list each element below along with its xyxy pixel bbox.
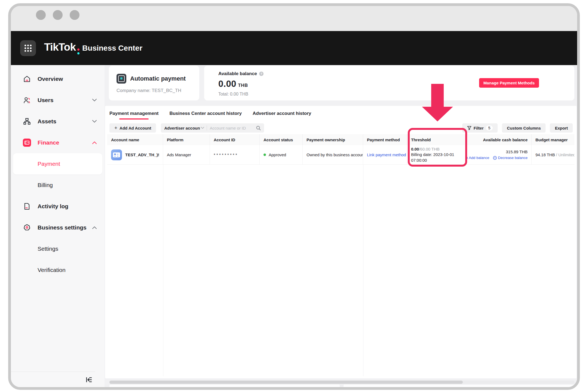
balance-currency: THB — [238, 83, 248, 88]
fixed-column-divider-right — [363, 165, 363, 376]
plus-icon: + — [114, 125, 117, 131]
traffic-lights[interactable] — [36, 10, 79, 20]
sidebar-item-finance[interactable]: Finance — [11, 132, 105, 153]
chevron-down-icon[interactable] — [201, 127, 204, 129]
main-content: Automatic payment Company name: TEST_BC_… — [105, 65, 577, 387]
threshold-used: 0.00 — [411, 147, 419, 151]
col-header-payment-method[interactable]: Payment method — [363, 134, 407, 145]
add-balance-link[interactable]: Add balance — [466, 155, 489, 161]
home-icon — [23, 75, 31, 83]
add-ad-account-button[interactable]: + Add Ad Account — [109, 123, 156, 133]
users-icon — [23, 96, 31, 104]
chevron-up-icon — [92, 141, 97, 144]
collapse-sidebar-icon — [85, 376, 93, 384]
activity-log-icon — [23, 202, 31, 210]
finance-icon — [23, 139, 31, 147]
account-search-input[interactable] — [210, 126, 256, 130]
col-header-account-id[interactable]: Account ID — [210, 134, 260, 145]
col-header-platform[interactable]: Platform — [163, 134, 210, 145]
assets-icon — [23, 117, 31, 125]
logo-suffix-text: Business Center — [82, 44, 142, 53]
search-type-dropdown[interactable]: Advertiser account — [164, 126, 200, 130]
business-settings-icon — [23, 223, 31, 232]
billing-date-line2: 07:00:00 — [411, 158, 427, 163]
budget-suffix: / Unlimited — [556, 152, 574, 157]
close-window-dot[interactable] — [36, 10, 46, 20]
balance-card: Available balance ? 0.00THB Total: 0.00 … — [204, 66, 574, 100]
link-payment-method-link[interactable]: Link payment method — [367, 152, 406, 157]
sidebar-label: Overview — [38, 76, 97, 82]
scrollbar-thumb[interactable] — [109, 381, 463, 384]
tab-bc-account-history[interactable]: Business Center account history — [169, 111, 241, 120]
tab-advertiser-account-history[interactable]: Advertiser account history — [253, 111, 311, 120]
sidebar-item-assets[interactable]: Assets — [11, 111, 105, 132]
sidebar-footer-divider — [11, 372, 95, 372]
col-header-account-status[interactable]: Account status — [260, 134, 303, 145]
account-name-text: TEST_ADV_TH_)! — [125, 152, 159, 157]
sidebar-item-activity-log[interactable]: Activity log — [11, 196, 105, 217]
col-header-available-cash-balance[interactable]: Available cash balance — [466, 134, 532, 145]
sidebar-label: Settings — [38, 246, 97, 252]
col-header-budget-manager[interactable]: Budget manager — [532, 134, 574, 145]
sidebar: Overview Users — [11, 65, 105, 387]
sidebar-item-verification[interactable]: Verification — [11, 259, 105, 281]
col-header-account-name[interactable]: Account name — [107, 134, 163, 145]
cell-budget-manager: 94.18 THB / Unlimited — [532, 145, 574, 164]
sidebar-item-users[interactable]: Users — [11, 90, 105, 111]
account-search-group: Advertiser account — [161, 123, 264, 133]
balance-total: Total: 0.00 THB — [218, 92, 264, 97]
table-header-row: Account name Platform Account ID Account… — [107, 134, 574, 145]
maximize-window-dot[interactable] — [70, 10, 79, 20]
table-row[interactable]: TEST_ADV_TH_)! Ads Manager * * * * * * *… — [107, 145, 574, 165]
available-balance-label: Available balance — [218, 71, 257, 76]
col-header-payment-ownership[interactable]: Payment ownership — [303, 134, 363, 145]
manage-payment-methods-button[interactable]: Manage Payment Methods — [479, 78, 539, 88]
cell-available-cash-balance: 315.89 THB Add balance Decrease balance — [466, 145, 532, 164]
browser-window: TikTok Business Center Overview — [8, 3, 580, 390]
sidebar-item-payment[interactable]: Payment — [13, 153, 102, 174]
sidebar-label: Assets — [38, 118, 92, 125]
search-divider — [207, 125, 207, 130]
sidebar-label: Billing — [38, 182, 97, 188]
app-grid-menu-button[interactable] — [20, 40, 36, 56]
status-text: Approved — [269, 152, 286, 157]
sidebar-item-business-settings[interactable]: Business settings — [11, 217, 105, 238]
add-ad-account-label: Add Ad Account — [120, 126, 151, 130]
payment-type-card: Automatic payment Company name: TEST_BC_… — [109, 66, 199, 100]
sidebar-label: Verification — [38, 267, 97, 273]
chevron-down-icon — [92, 120, 97, 123]
sidebar-collapse-button[interactable] — [84, 375, 94, 384]
logo-colon-icon — [77, 48, 79, 54]
window-titlebar — [11, 6, 577, 31]
search-icon[interactable] — [256, 125, 261, 130]
cell-platform: Ads Manager — [163, 145, 210, 164]
info-icon[interactable]: ? — [259, 72, 264, 76]
decrease-balance-link[interactable]: Decrease balance — [493, 155, 528, 161]
sidebar-item-settings[interactable]: Settings — [11, 238, 105, 259]
filter-count-badge: 5 — [486, 125, 493, 130]
cell-account-name: TEST_ADV_TH_)! — [107, 145, 163, 164]
logo-brand-text: TikTok — [44, 41, 76, 53]
filter-button[interactable]: Filter 5 — [462, 123, 498, 133]
minimize-window-dot[interactable] — [53, 10, 63, 20]
sidebar-item-overview[interactable]: Overview — [11, 68, 105, 90]
tiktok-business-center-logo[interactable]: TikTok Business Center — [44, 41, 142, 55]
cell-payment-ownership: Owned by this business account — [303, 145, 363, 164]
clipped-bottom-panel — [109, 385, 340, 387]
chevron-down-icon — [92, 99, 97, 102]
sidebar-label: Users — [38, 97, 92, 103]
horizontal-scrollbar[interactable] — [109, 381, 574, 384]
cell-account-id: * * * * * * * * * — [210, 145, 260, 164]
app-header: TikTok Business Center — [11, 31, 577, 65]
company-name-text: Company name: TEST_BC_TH — [117, 88, 192, 93]
custom-columns-button[interactable]: Custom Columns — [502, 123, 546, 133]
filter-icon — [467, 126, 471, 130]
export-button[interactable]: Export — [550, 123, 573, 133]
tab-payment-management[interactable]: Payment management — [109, 111, 158, 120]
grid-icon — [23, 44, 33, 53]
cell-threshold: 0.00/60.00 THB Billing date: 2023-10-01 … — [407, 145, 466, 164]
col-header-threshold[interactable]: Threshold — [407, 134, 466, 145]
sidebar-item-billing[interactable]: Billing — [11, 174, 105, 196]
clipped-bottom-panel — [344, 385, 574, 387]
automatic-payment-icon — [117, 74, 126, 84]
